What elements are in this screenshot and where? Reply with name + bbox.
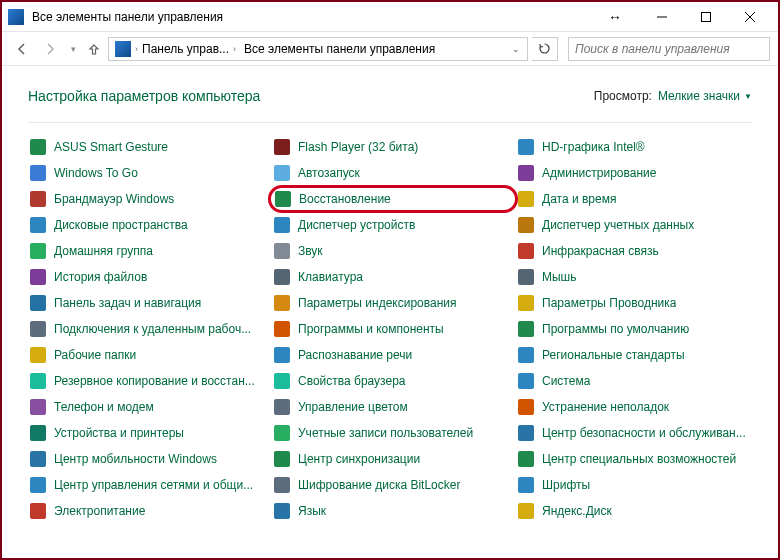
item-icon (30, 321, 46, 337)
item-icon (518, 321, 534, 337)
forward-button[interactable] (38, 37, 62, 61)
maximize-button[interactable] (684, 3, 728, 31)
item-icon (274, 425, 290, 441)
item-label: Управление цветом (298, 400, 408, 414)
search-input[interactable] (575, 42, 763, 56)
control-panel-item[interactable]: Flash Player (32 бита) (272, 137, 508, 157)
control-panel-item[interactable]: Центр специальных возможностей (516, 449, 752, 469)
item-label: Устранение неполадок (542, 400, 669, 414)
control-panel-item[interactable]: Центр управления сетями и общи... (28, 475, 264, 495)
window-title: Все элементы панели управления (32, 10, 604, 24)
address-bar[interactable]: › Панель управ...› Все элементы панели у… (108, 37, 528, 61)
control-panel-item[interactable]: Распознавание речи (272, 345, 508, 365)
control-panel-item[interactable]: Центр синхронизации (272, 449, 508, 469)
item-label: Параметры Проводника (542, 296, 676, 310)
control-panel-item[interactable]: ASUS Smart Gesture (28, 137, 264, 157)
up-button[interactable] (84, 37, 104, 61)
item-label: История файлов (54, 270, 147, 284)
control-panel-item[interactable]: Звук (272, 241, 508, 261)
control-panel-item[interactable]: Диспетчер учетных данных (516, 215, 752, 235)
control-panel-item[interactable]: Управление цветом (272, 397, 508, 417)
control-panel-item[interactable]: Рабочие папки (28, 345, 264, 365)
divider (28, 122, 752, 123)
control-panel-item[interactable]: Учетные записи пользователей (272, 423, 508, 443)
search-box[interactable] (568, 37, 770, 61)
control-panel-item[interactable]: Клавиатура (272, 267, 508, 287)
control-panel-item[interactable]: Шифрование диска BitLocker (272, 475, 508, 495)
control-panel-item[interactable]: Шрифты (516, 475, 752, 495)
minimize-button[interactable] (640, 3, 684, 31)
control-panel-item[interactable]: Панель задач и навигация (28, 293, 264, 313)
item-label: Центр управления сетями и общи... (54, 478, 253, 492)
item-icon (274, 295, 290, 311)
content-area: Настройка параметров компьютера Просмотр… (2, 66, 778, 558)
control-panel-item[interactable]: Электропитание (28, 501, 264, 521)
item-icon (274, 321, 290, 337)
item-label: Резервное копирование и восстан... (54, 374, 255, 388)
item-icon (274, 269, 290, 285)
control-panel-icon (115, 41, 131, 57)
close-button[interactable] (728, 3, 772, 31)
titlebar: Все элементы панели управления ↔ (2, 2, 778, 32)
item-icon (30, 165, 46, 181)
item-label: Панель задач и навигация (54, 296, 201, 310)
control-panel-item[interactable]: Система (516, 371, 752, 391)
item-label: Распознавание речи (298, 348, 412, 362)
item-label: Система (542, 374, 590, 388)
item-label: Параметры индексирования (298, 296, 456, 310)
control-panel-item[interactable]: Резервное копирование и восстан... (28, 371, 264, 391)
item-icon (30, 295, 46, 311)
item-icon (30, 477, 46, 493)
control-panel-item[interactable]: Дата и время (516, 189, 752, 209)
recent-dropdown[interactable]: ▾ (66, 37, 80, 61)
item-label: Рабочие папки (54, 348, 136, 362)
control-panel-item[interactable]: Мышь (516, 267, 752, 287)
control-panel-item[interactable]: Домашняя группа (28, 241, 264, 261)
item-icon (274, 165, 290, 181)
item-label: Региональные стандарты (542, 348, 685, 362)
control-panel-item[interactable]: Телефон и модем (28, 397, 264, 417)
item-label: Шрифты (542, 478, 590, 492)
chevron-down-icon: ▼ (744, 92, 752, 101)
item-label: Диспетчер учетных данных (542, 218, 694, 232)
window-frame: Все элементы панели управления ↔ ▾ › Пан… (0, 0, 780, 560)
control-panel-item[interactable]: Инфракрасная связь (516, 241, 752, 261)
control-panel-item[interactable]: Устранение неполадок (516, 397, 752, 417)
control-panel-item[interactable]: Устройства и принтеры (28, 423, 264, 443)
item-label: Подключения к удаленным рабоч... (54, 322, 251, 336)
address-dropdown[interactable]: ⌄ (507, 44, 525, 54)
item-icon (518, 373, 534, 389)
control-panel-item[interactable]: История файлов (28, 267, 264, 287)
control-panel-item[interactable]: Брандмауэр Windows (28, 189, 264, 209)
control-panel-item[interactable]: Администрирование (516, 163, 752, 183)
back-button[interactable] (10, 37, 34, 61)
control-panel-item-highlighted[interactable]: Восстановление (268, 185, 518, 213)
item-label: Программы и компоненты (298, 322, 444, 336)
breadcrumb-part-1[interactable]: Панель управ...› (138, 38, 240, 60)
control-panel-item[interactable]: Подключения к удаленным рабоч... (28, 319, 264, 339)
control-panel-item[interactable]: Параметры Проводника (516, 293, 752, 313)
breadcrumb-part-2[interactable]: Все элементы панели управления (240, 38, 439, 60)
control-panel-item[interactable]: Windows To Go (28, 163, 264, 183)
control-panel-item[interactable]: Автозапуск (272, 163, 508, 183)
control-panel-item[interactable]: Региональные стандарты (516, 345, 752, 365)
svg-rect-1 (702, 12, 711, 21)
view-dropdown[interactable]: Мелкие значки▼ (658, 89, 752, 103)
control-panel-item[interactable]: Программы и компоненты (272, 319, 508, 339)
item-label: Диспетчер устройств (298, 218, 415, 232)
control-panel-item[interactable]: HD-графика Intel® (516, 137, 752, 157)
control-panel-item[interactable]: Центр мобильности Windows (28, 449, 264, 469)
item-icon (30, 451, 46, 467)
item-icon (518, 503, 534, 519)
control-panel-item[interactable]: Диспетчер устройств (272, 215, 508, 235)
item-label: Яндекс.Диск (542, 504, 612, 518)
control-panel-item[interactable]: Дисковые пространства (28, 215, 264, 235)
item-icon (274, 373, 290, 389)
control-panel-item[interactable]: Яндекс.Диск (516, 501, 752, 521)
control-panel-item[interactable]: Свойства браузера (272, 371, 508, 391)
control-panel-item[interactable]: Параметры индексирования (272, 293, 508, 313)
refresh-button[interactable] (532, 37, 558, 61)
control-panel-item[interactable]: Центр безопасности и обслуживан... (516, 423, 752, 443)
control-panel-item[interactable]: Программы по умолчанию (516, 319, 752, 339)
control-panel-item[interactable]: Язык (272, 501, 508, 521)
